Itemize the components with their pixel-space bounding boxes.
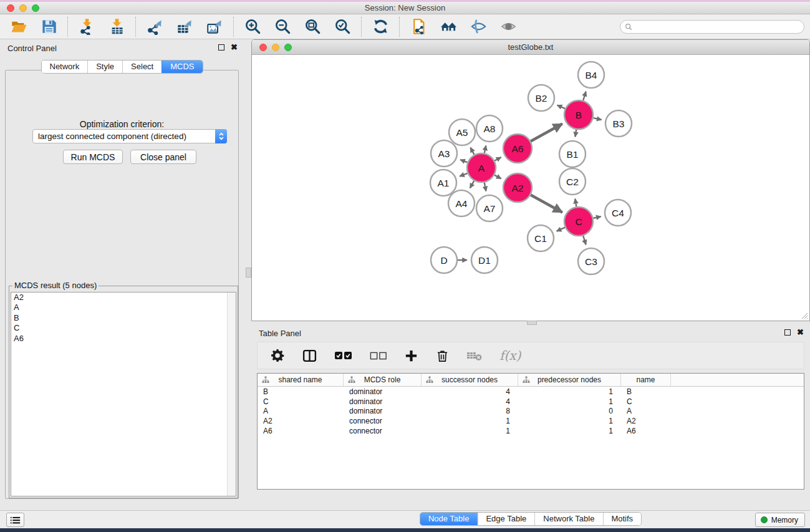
graph-node-A5[interactable]: A5 — [449, 119, 475, 145]
export-network-icon[interactable] — [145, 17, 165, 36]
select-all-checkboxes-icon[interactable] — [334, 346, 353, 365]
import-network-icon[interactable] — [77, 17, 97, 36]
cell-MCDS-role[interactable]: dominator — [344, 387, 422, 396]
cell-predecessor-nodes[interactable]: 1 — [518, 387, 621, 396]
zoom-in-icon[interactable] — [243, 17, 263, 36]
cell-successor-nodes[interactable]: 4 — [422, 387, 518, 396]
net-close-traffic-light[interactable] — [259, 44, 267, 51]
zoom-selected-icon[interactable] — [332, 17, 352, 36]
tab-mcds[interactable]: MCDS — [162, 60, 202, 73]
cell-predecessor-nodes[interactable]: 1 — [518, 427, 621, 435]
cell-shared-name[interactable]: A — [258, 407, 344, 415]
graph-node-A2[interactable]: A2 — [503, 173, 532, 202]
edge-C-C2[interactable] — [575, 199, 576, 207]
network-window-titlebar[interactable]: testGlobe.txt — [252, 40, 809, 55]
close-table-panel-icon[interactable]: ✖ — [797, 329, 804, 336]
edge-A-A7[interactable] — [485, 183, 486, 191]
tab-edge-table[interactable]: Edge Table — [477, 513, 534, 525]
table-row-C[interactable]: Cdominator41C — [258, 397, 804, 407]
table-row-A6[interactable]: A6connector11A6 — [258, 426, 804, 436]
edge-A-A8[interactable] — [485, 145, 486, 153]
mcds-result-item[interactable]: C — [11, 323, 236, 333]
table-row-A2[interactable]: A2connector11A2 — [258, 416, 804, 426]
mcds-result-item[interactable]: A2 — [11, 293, 236, 302]
column-header-name[interactable]: name — [621, 374, 671, 386]
close-panel-icon[interactable]: ✖ — [231, 44, 238, 51]
column-header-predecessor-nodes[interactable]: predecessor nodes — [518, 374, 621, 386]
edge-A-A4[interactable] — [470, 181, 475, 188]
cell-successor-nodes[interactable]: 1 — [422, 417, 518, 425]
criterion-dropdown[interactable]: largest connected component (directed) — [32, 129, 227, 143]
graph-node-A3[interactable]: A3 — [431, 140, 457, 167]
column-header-shared-name[interactable]: shared name — [258, 374, 344, 386]
delete-row-icon[interactable] — [435, 346, 450, 365]
cell-shared-name[interactable]: A2 — [258, 417, 344, 425]
tab-network[interactable]: Network — [41, 60, 87, 73]
mcds-result-item[interactable]: A6 — [11, 334, 236, 344]
save-session-icon[interactable] — [39, 17, 59, 36]
memory-button[interactable]: Memory — [755, 513, 805, 527]
zoom-traffic-light[interactable] — [32, 4, 39, 12]
graph-node-D[interactable]: D — [431, 247, 457, 273]
edge-A-A5[interactable] — [470, 148, 474, 155]
net-zoom-traffic-light[interactable] — [284, 44, 292, 51]
edge-B-B2[interactable] — [557, 105, 566, 109]
tab-node-table[interactable]: Node Table — [420, 513, 478, 525]
edge-B-B4[interactable] — [583, 92, 586, 100]
cell-predecessor-nodes[interactable]: 1 — [518, 417, 621, 425]
graph-node-C1[interactable]: C1 — [528, 225, 554, 251]
search-input[interactable] — [635, 22, 799, 31]
float-table-panel-icon[interactable] — [784, 329, 791, 336]
zoom-fit-icon[interactable] — [302, 17, 322, 36]
edge-A-A6[interactable] — [494, 157, 501, 161]
cell-shared-name[interactable]: C — [258, 397, 344, 406]
add-row-icon[interactable] — [404, 346, 418, 365]
mcds-result-list[interactable]: A2ABCA6 — [11, 292, 236, 496]
cell-predecessor-nodes[interactable]: 0 — [518, 407, 621, 415]
tab-motifs[interactable]: Motifs — [602, 513, 641, 525]
cell-name[interactable]: C — [621, 397, 671, 406]
graph-node-B1[interactable]: B1 — [559, 141, 586, 167]
cell-shared-name[interactable]: A6 — [258, 427, 344, 435]
unselect-all-checkboxes-icon[interactable] — [370, 346, 387, 365]
graph-node-A7[interactable]: A7 — [476, 195, 503, 221]
cell-name[interactable]: A2 — [621, 417, 671, 425]
edge-A-A1[interactable] — [460, 173, 468, 177]
graph-node-A6[interactable]: A6 — [503, 134, 532, 163]
run-mcds-button[interactable]: Run MCDS — [63, 150, 123, 164]
graph-node-B[interactable]: B — [564, 100, 593, 129]
graph-node-C4[interactable]: C4 — [605, 200, 631, 226]
edge-A6-B[interactable] — [531, 123, 562, 141]
edge-A2-C[interactable] — [531, 195, 562, 213]
edge-C-C4[interactable] — [593, 216, 600, 218]
cell-name[interactable]: A — [621, 407, 671, 415]
export-table-icon[interactable] — [175, 17, 195, 36]
cell-successor-nodes[interactable]: 4 — [422, 397, 518, 406]
edge-C-C3[interactable] — [583, 236, 586, 244]
graph-node-D1[interactable]: D1 — [471, 247, 498, 273]
cell-successor-nodes[interactable]: 1 — [422, 427, 518, 435]
tab-network-table[interactable]: Network Table — [534, 513, 602, 525]
tab-style[interactable]: Style — [87, 60, 122, 73]
cell-successor-nodes[interactable]: 8 — [422, 407, 518, 415]
edge-B-B3[interactable] — [593, 118, 601, 120]
table-row-A[interactable]: Adominator80A — [258, 407, 804, 417]
graph-node-B3[interactable]: B3 — [605, 110, 632, 137]
refresh-icon[interactable] — [370, 17, 390, 36]
float-panel-icon[interactable] — [218, 44, 224, 51]
graph-node-C2[interactable]: C2 — [559, 168, 586, 195]
cell-MCDS-role[interactable]: dominator — [344, 407, 422, 415]
cell-name[interactable]: A6 — [621, 427, 671, 435]
hide-selected-icon[interactable] — [468, 17, 488, 36]
task-history-button[interactable] — [6, 513, 24, 527]
cell-MCDS-role[interactable]: connector — [344, 427, 422, 435]
edge-A-A3[interactable] — [460, 160, 467, 162]
table-row-B[interactable]: Bdominator41B — [258, 387, 804, 397]
mcds-result-item[interactable]: B — [11, 313, 236, 323]
vertical-split-handle[interactable] — [246, 268, 251, 278]
new-network-from-selection-icon[interactable] — [408, 17, 428, 36]
cell-MCDS-role[interactable]: dominator — [344, 397, 422, 406]
import-table-icon[interactable] — [107, 17, 127, 36]
column-header-MCDS-role[interactable]: MCDS role — [344, 374, 422, 386]
export-image-icon[interactable] — [205, 17, 224, 36]
